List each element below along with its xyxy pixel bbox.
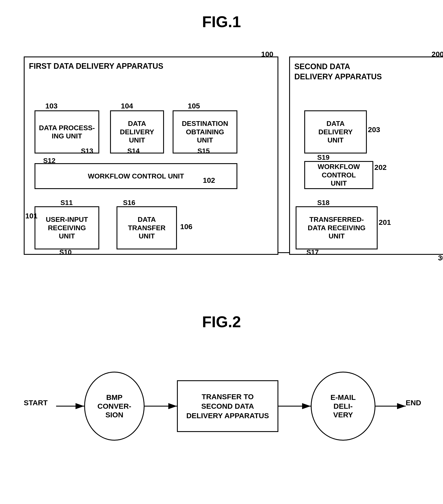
ref-103: 103 bbox=[45, 102, 58, 110]
sig-S14: S14 bbox=[127, 147, 140, 155]
apparatus-100-label: FIRST DATA DELIVERY APPARATUS bbox=[29, 62, 163, 71]
ref-102: 102 bbox=[203, 176, 215, 184]
user-input-receiving-unit: USER-INPUTRECEIVINGUNIT bbox=[35, 206, 99, 250]
ref-200: 200 bbox=[432, 50, 443, 58]
ref-106: 106 bbox=[180, 222, 193, 231]
data-transfer-unit: DATATRANSFERUNIT bbox=[116, 206, 177, 250]
sig-S16: S16 bbox=[123, 199, 135, 207]
apparatus-200-label: SECOND DATADELIVERY APPARATUS bbox=[294, 62, 382, 82]
sig-S11: S11 bbox=[60, 199, 73, 207]
sig-S18: S18 bbox=[317, 199, 329, 207]
fig1-diagram: FIRST DATA DELIVERY APPARATUS 100 SECOND… bbox=[17, 44, 426, 270]
start-label: START bbox=[24, 398, 48, 407]
transfer-rect: TRANSFER TOSECOND DATADELIVERY APPARATUS bbox=[177, 380, 278, 432]
email-delivery-oval: E-MAILDELI-VERY bbox=[311, 372, 375, 441]
transferred-data-receiving-unit: TRANSFERRED-DATA RECEIVINGUNIT bbox=[296, 206, 378, 250]
bmp-conversion-oval: BMPCONVER-SION bbox=[84, 372, 145, 441]
fig1-title: FIG.1 bbox=[17, 13, 426, 31]
sig-S15: S15 bbox=[197, 147, 210, 155]
ref-105: 105 bbox=[188, 102, 200, 110]
workflow-control-unit-202: WORKFLOWCONTROLUNIT bbox=[304, 161, 373, 189]
sig-S17: S17 bbox=[307, 248, 319, 256]
ref-100: 100 bbox=[261, 50, 273, 58]
ref-300: 300 bbox=[438, 254, 443, 262]
ref-104: 104 bbox=[121, 102, 133, 110]
fig2-flow: START BMPCONVER-SION TRANSFER TOSECOND D… bbox=[17, 352, 426, 460]
ref-201: 201 bbox=[379, 218, 391, 227]
sig-S12: S12 bbox=[43, 157, 56, 165]
end-label: END bbox=[406, 398, 421, 407]
fig2-area: FIG.2 START bbox=[17, 313, 426, 460]
ref-101: 101 bbox=[25, 212, 38, 220]
data-delivery-unit-203: DATADELIVERYUNIT bbox=[304, 110, 367, 153]
ref-203: 203 bbox=[368, 126, 380, 134]
page-container: FIG.1 bbox=[0, 0, 443, 473]
fig2-title: FIG.2 bbox=[17, 313, 426, 331]
sig-S10: S10 bbox=[59, 248, 72, 256]
ref-202: 202 bbox=[374, 163, 387, 172]
sig-S13: S13 bbox=[81, 147, 93, 155]
sig-S19: S19 bbox=[317, 153, 329, 162]
